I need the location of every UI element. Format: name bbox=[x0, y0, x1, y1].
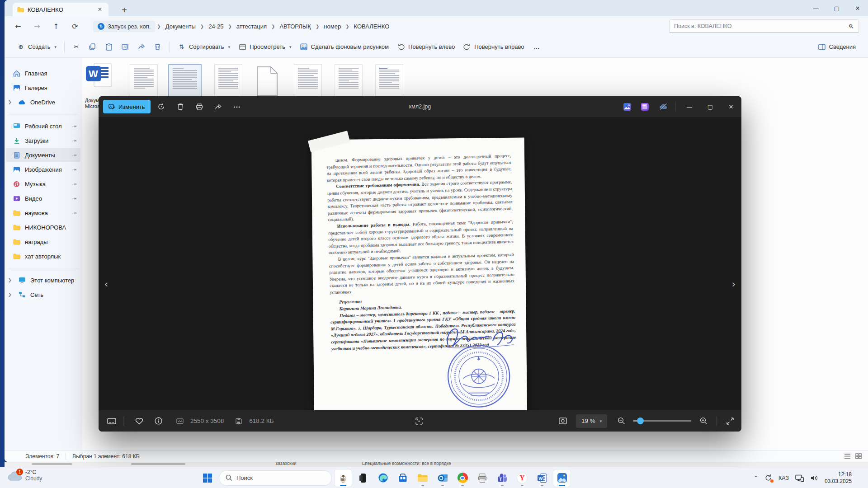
sidebar-item-nagrady[interactable]: награды bbox=[6, 235, 80, 249]
taskbar-fax-printer-icon[interactable] bbox=[474, 469, 491, 487]
rename-button[interactable]: A bbox=[117, 40, 133, 54]
window-close-button[interactable]: ✕ bbox=[847, 0, 868, 16]
taskbar-bird-app-icon[interactable] bbox=[335, 469, 352, 487]
chevron-right-icon[interactable]: ❯ bbox=[8, 292, 14, 297]
file-word-doc-icon[interactable]: W bbox=[86, 62, 113, 95]
share-image-icon[interactable] bbox=[210, 100, 226, 113]
tray-volume-icon[interactable] bbox=[810, 474, 818, 482]
sidebar-item-gallery[interactable]: Галерея bbox=[6, 80, 80, 95]
zoom-level-dropdown[interactable]: 19 % ▾ bbox=[576, 414, 607, 428]
view-button[interactable]: Просмотреть▾ bbox=[234, 40, 295, 54]
taskbar-yandex-icon[interactable]: Y bbox=[514, 469, 531, 487]
sidebar-item-onedrive[interactable]: ❯ OneDrive bbox=[6, 95, 80, 109]
breadcrumb-root[interactable]: ⇅ Запуск рез. коп. bbox=[93, 21, 155, 32]
taskbar-phone-link-icon[interactable] bbox=[354, 469, 372, 487]
photos-app-icon[interactable] bbox=[623, 103, 631, 111]
up-button[interactable]: ↑ bbox=[49, 19, 63, 33]
cloud-unavailable-icon[interactable] bbox=[659, 103, 666, 111]
window-minimize-button[interactable]: — bbox=[806, 0, 826, 16]
tray-clock[interactable]: 12:18 03.03.2025 bbox=[825, 471, 852, 485]
delete-button[interactable] bbox=[150, 40, 166, 54]
chevron-right-icon[interactable]: ❯ bbox=[8, 278, 14, 282]
video-editor-app-icon[interactable] bbox=[641, 103, 649, 111]
sidebar-item-nikonorova[interactable]: НИКОНОРОВА bbox=[6, 220, 80, 235]
taskbar-store-icon[interactable] bbox=[394, 469, 411, 487]
sidebar-item-khat-avtorlyk[interactable]: хат авторлык bbox=[6, 249, 80, 263]
viewer-maximize-button[interactable]: ▢ bbox=[700, 96, 721, 117]
details-view-toggle-icon[interactable] bbox=[844, 453, 851, 459]
fullscreen-icon[interactable] bbox=[722, 414, 738, 428]
zoom-slider[interactable] bbox=[633, 420, 691, 422]
taskbar-weather-widget[interactable]: 1 -2°C Cloudy bbox=[6, 469, 42, 482]
sidebar-item-this-pc[interactable]: ❯ Этот компьютер bbox=[6, 273, 80, 287]
explorer-tab[interactable]: КОВАЛЕНКО ✕ bbox=[13, 3, 108, 16]
breadcrumb-segment[interactable]: КОВАЛЕНКО bbox=[351, 21, 392, 32]
filmstrip-toggle-icon[interactable] bbox=[104, 414, 119, 428]
new-tab-button[interactable]: + bbox=[118, 4, 130, 15]
sort-button[interactable]: ⇅ Сортировать▾ bbox=[174, 40, 234, 54]
tray-chevron-up-icon[interactable]: ⌃ bbox=[754, 475, 758, 481]
zoom-to-fit-icon[interactable] bbox=[411, 414, 427, 428]
slideshow-icon[interactable] bbox=[555, 414, 571, 428]
taskbar-search-box[interactable]: Поиск bbox=[219, 470, 332, 486]
tray-sync-icon[interactable] bbox=[764, 474, 772, 482]
details-pane-button[interactable]: Сведения bbox=[814, 40, 860, 54]
large-icons-view-toggle-icon[interactable] bbox=[855, 453, 862, 459]
breadcrumb-segment[interactable]: номер bbox=[321, 21, 344, 32]
taskbar-word-icon[interactable]: W bbox=[533, 469, 551, 487]
print-icon[interactable] bbox=[191, 100, 208, 113]
set-wallpaper-button[interactable]: Сделать фоновым рисунком bbox=[296, 40, 393, 54]
create-button[interactable]: ⊕ Создать▾ bbox=[13, 40, 61, 54]
onedrive-icon bbox=[18, 99, 26, 106]
window-maximize-button[interactable]: ▢ bbox=[826, 0, 847, 16]
breadcrumb-segment[interactable]: 24-25 bbox=[206, 21, 226, 32]
taskbar-chrome-icon[interactable] bbox=[454, 469, 471, 487]
search-input[interactable]: Поиск в: КОВАЛЕНКО 🔍︎ bbox=[669, 19, 859, 33]
delete-image-icon[interactable] bbox=[172, 100, 189, 113]
sidebar-item-network[interactable]: ❯ Сеть bbox=[6, 287, 80, 302]
taskbar-photos-icon[interactable] bbox=[553, 469, 571, 487]
tray-language-indicator[interactable]: КАЗ bbox=[778, 475, 789, 481]
previous-image-arrow[interactable]: ‹ bbox=[100, 276, 112, 291]
zoom-out-icon[interactable] bbox=[613, 414, 629, 428]
cut-button[interactable]: ✂ bbox=[68, 40, 85, 54]
tab-close-icon[interactable]: ✕ bbox=[96, 5, 104, 14]
viewer-minimize-button[interactable]: — bbox=[679, 96, 700, 117]
breadcrumb-segment[interactable]: аттестация bbox=[234, 21, 269, 32]
taskbar-outlook-icon[interactable] bbox=[434, 469, 451, 487]
edit-button[interactable]: Изменить bbox=[103, 100, 151, 113]
forward-button[interactable]: → bbox=[30, 19, 44, 33]
rotate-left-button[interactable]: Повернуть влево bbox=[393, 40, 459, 54]
taskbar-teams-icon[interactable] bbox=[494, 469, 511, 487]
sidebar-item-music[interactable]: Музыка📌︎ bbox=[6, 177, 80, 191]
copy-button[interactable] bbox=[85, 40, 101, 54]
info-icon[interactable] bbox=[151, 414, 166, 428]
more-options-icon[interactable]: ⋯ bbox=[229, 100, 245, 113]
sidebar-item-naumova[interactable]: наумова📌︎ bbox=[6, 206, 80, 220]
sidebar-item-home[interactable]: Главная bbox=[6, 66, 80, 80]
sidebar-item-videos[interactable]: Видео📌︎ bbox=[6, 191, 80, 206]
favorite-heart-icon[interactable] bbox=[132, 414, 147, 428]
taskbar-edge-icon[interactable] bbox=[374, 469, 392, 487]
viewer-close-button[interactable]: ✕ bbox=[721, 96, 741, 117]
sidebar-item-documents[interactable]: Документы📌︎ bbox=[6, 148, 80, 162]
next-image-arrow[interactable]: › bbox=[728, 276, 740, 291]
zoom-in-icon[interactable] bbox=[696, 414, 711, 428]
start-button[interactable] bbox=[199, 469, 216, 487]
toolbar-more-button[interactable]: … bbox=[528, 43, 546, 50]
breadcrumb-segment[interactable]: Документы bbox=[163, 21, 198, 32]
sidebar-item-downloads[interactable]: Загрузки📌︎ bbox=[6, 133, 80, 148]
sidebar-item-pictures[interactable]: Изображения📌︎ bbox=[6, 162, 80, 177]
refresh-button[interactable]: ⟳ bbox=[68, 19, 82, 33]
share-button[interactable] bbox=[133, 40, 150, 54]
taskbar-explorer-icon[interactable] bbox=[414, 469, 431, 487]
rotate-right-button[interactable]: Повернуть вправо bbox=[459, 40, 528, 54]
tray-display-icon[interactable] bbox=[795, 474, 804, 482]
zoom-slider-thumb[interactable] bbox=[637, 418, 644, 424]
breadcrumb-segment[interactable]: АВТОРЛЫҚ bbox=[277, 21, 314, 32]
sidebar-item-desktop[interactable]: Рабочий стол📌︎ bbox=[6, 119, 80, 133]
paste-button[interactable] bbox=[101, 40, 117, 54]
back-button[interactable]: ← bbox=[11, 19, 25, 33]
rotate-image-icon[interactable] bbox=[153, 100, 170, 113]
chevron-right-icon[interactable]: ❯ bbox=[8, 100, 14, 104]
